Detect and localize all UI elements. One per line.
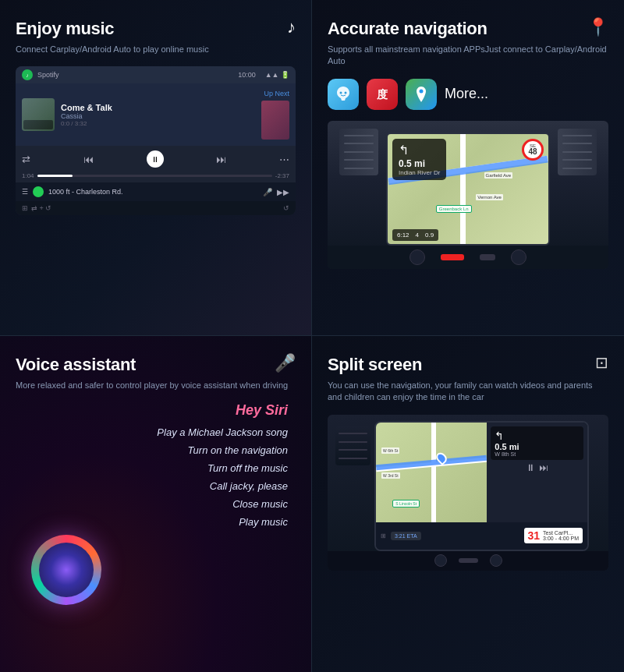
svg-point-1: [345, 91, 347, 94]
app-grid-icon-2: ⊞: [381, 532, 386, 539]
play-icon-nav: ▶▶: [277, 188, 289, 196]
split-bottom-panel: ⊞ 3:21 ETA 31 Test CarPl... 3:00 - 4:00 …: [376, 522, 587, 550]
prev-btn[interactable]: ⏮: [83, 154, 94, 165]
music-icon: ♪: [287, 17, 296, 37]
car-nav-display: Vernon Ave Garfield Ave Greenback Ln ↰ 0…: [328, 121, 608, 269]
split-media-info: Test CarPl... 3:00 - 4:00 PM: [543, 530, 579, 541]
nav-apps-row: 度 More...: [328, 79, 608, 110]
progress-fill: [37, 175, 73, 177]
signal-icons: ▲▲ 🔋: [265, 71, 289, 79]
pause-btn[interactable]: ⏸: [526, 462, 535, 473]
split-turn-info: ↰ 0.5 mi W 8th St: [491, 426, 583, 460]
split-lincoln: S Lincoln St: [392, 500, 420, 508]
music-title: Enjoy music: [16, 19, 296, 39]
up-next-label: Up Next: [264, 90, 289, 97]
player-main-area: Come & Talk Cassia 0:0 / 3:32 Up Next: [16, 83, 296, 146]
next-album-art: [261, 101, 289, 140]
waze-dot: [33, 186, 44, 197]
song-title: Come & Talk: [61, 103, 255, 112]
split-nav-panel: ↰ 0.5 mi W 8th St ⏸ ⏭: [487, 423, 587, 522]
street-label-1: Vernon Ave: [476, 194, 503, 200]
footer-time-end: ↺: [283, 204, 289, 212]
progress-time-end: -2:37: [275, 172, 289, 179]
voice-subtitle: More relaxed and safer to control player…: [16, 380, 296, 391]
nav-route-text: 1000 ft - Charleston Rd.: [48, 188, 123, 196]
nav-distance: 0.5 mi: [399, 158, 440, 169]
voice-cmd-2: Turn on the navigation: [23, 444, 296, 456]
enjoy-music-section: ♪ Enjoy music Connect Carplay/Android Au…: [0, 0, 312, 336]
google-maps-icon[interactable]: [406, 79, 437, 110]
progress-bar[interactable]: [37, 175, 272, 177]
eta-time: 6:12: [397, 232, 410, 239]
mic-icon: 🎤: [263, 188, 272, 196]
siri-circle: [31, 535, 101, 605]
voice-content: Hey Siri Play a Michael Jackson song Tur…: [16, 402, 296, 621]
player-header: ♪ Spotify 10:00 ▲▲ 🔋: [16, 66, 296, 83]
voice-assistant-section: 🎤 Voice assistant More relaxed and safer…: [0, 336, 312, 672]
baidu-icon[interactable]: 度: [367, 79, 398, 110]
voice-title: Voice assistant: [16, 355, 296, 375]
album-art: [22, 98, 55, 131]
voice-cmd-6: Play music: [23, 516, 296, 528]
song-progress: 0:0 / 3:32: [61, 120, 255, 127]
voice-cmd-3: Turn off the music: [23, 462, 296, 474]
split-media-title: Test CarPl...: [543, 530, 579, 536]
left-vent: [339, 129, 378, 175]
split-media-controls[interactable]: ⏸ ⏭: [491, 462, 583, 473]
song-artist: Cassia: [61, 112, 255, 120]
spotify-label: Spotify: [37, 71, 59, 79]
speed-limit-sign: SE 48: [522, 139, 544, 161]
microphone-icon: 🎤: [275, 353, 296, 373]
shuffle-btn[interactable]: ⇄: [22, 154, 30, 165]
nav-bottom-bar: ☰ 1000 ft - Charleston Rd. 🎤 ▶▶: [16, 182, 296, 201]
nav-subtitle: Supports all mainstream navigation APPsJ…: [328, 44, 608, 68]
left-side-controls: [335, 426, 370, 465]
split-screen-section: ⊡ Split screen You can use the navigatio…: [312, 336, 624, 672]
footer-bar: ⊞ ⇄ + ↺ ↺: [16, 201, 296, 215]
voice-commands-list: Hey Siri Play a Michael Jackson song Tur…: [16, 402, 296, 528]
waze-icon[interactable]: [328, 79, 359, 110]
hey-siri-cmd: Hey Siri: [23, 402, 296, 419]
split-title: Split screen: [328, 355, 608, 375]
split-street-1: W 6th St: [381, 447, 399, 454]
split-calendar-card: 31 Test CarPl... 3:00 - 4:00 PM: [524, 528, 583, 543]
nav-title: Accurate navigation: [328, 19, 608, 39]
split-eta-badge: 3:21 ETA: [391, 532, 421, 540]
up-next-area: Up Next: [261, 90, 289, 140]
split-distance: 0.5 mi: [495, 442, 580, 451]
play-pause-btn[interactable]: ⏸: [147, 150, 164, 168]
eta-bar: 6:12 4 0.9: [392, 229, 438, 241]
spotify-icon: ♪: [22, 69, 33, 80]
split-top-half: W 6th St W 3rd St S Lincoln St ↰ 0.5 mi …: [376, 423, 587, 522]
svg-text:度: 度: [376, 88, 388, 101]
more-label: More...: [445, 86, 488, 102]
navigation-section: 📍 Accurate navigation Supports all mains…: [312, 0, 624, 336]
right-vent: [558, 129, 597, 175]
speed-limit-value: 48: [528, 148, 537, 156]
voice-cmd-1: Play a Michael Jackson song: [23, 426, 296, 438]
player-controls[interactable]: ⇄ ⏮ ⏸ ⏭ ⋯: [16, 146, 296, 172]
split-subtitle: You can use the navigation, your family …: [328, 380, 608, 404]
split-street: W 8th St: [495, 451, 580, 457]
split-main-screen: W 6th St W 3rd St S Lincoln St ↰ 0.5 mi …: [374, 421, 589, 551]
split-car-bottom: [328, 551, 608, 571]
svg-point-0: [340, 91, 342, 94]
location-icon: 📍: [587, 17, 608, 37]
music-player: ♪ Spotify 10:00 ▲▲ 🔋 Come & Talk Cassia …: [16, 66, 296, 215]
fast-forward-btn[interactable]: ⏭: [539, 462, 548, 473]
more-btn[interactable]: ⋯: [279, 154, 289, 165]
eta-min: 4: [416, 232, 419, 239]
split-map: W 6th St W 3rd St S Lincoln St: [376, 423, 487, 522]
turn-hud: ↰ 0.5 mi Indian River Dr: [392, 139, 446, 180]
grid-icon: ⊞: [22, 204, 28, 212]
nav-street: Indian River Dr: [399, 169, 440, 176]
next-btn[interactable]: ⏭: [216, 154, 226, 165]
siri-inner-glow: [39, 543, 94, 597]
nav-screen: Vernon Ave Garfield Ave Greenback Ln ↰ 0…: [386, 133, 550, 246]
svg-point-3: [420, 89, 424, 93]
split-screen-icon: ⊡: [595, 353, 608, 372]
song-info: Come & Talk Cassia 0:0 / 3:32: [61, 103, 255, 127]
voice-cmd-4: Call jacky, please: [23, 480, 296, 492]
split-media-time: 3:00 - 4:00 PM: [543, 536, 579, 541]
greenback-label: Greenback Ln: [436, 205, 472, 213]
